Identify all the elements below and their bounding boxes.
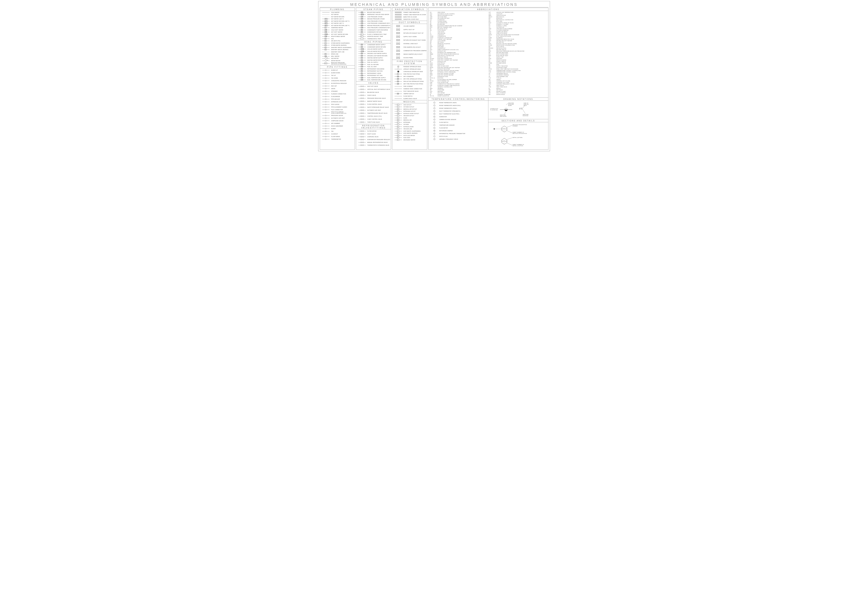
svg-text:BFW: BFW — [361, 12, 363, 13]
legend-row: MMOTORIZED DAMPER — [429, 129, 487, 132]
legend-row: UNION — [321, 87, 354, 90]
legend-row: OOXYGEN — [393, 124, 426, 126]
abbrev-value: SUPPLY REGISTER — [496, 65, 547, 67]
legend-label: AUTOMATIC AIR VENT — [331, 118, 354, 119]
legend-row: ELBOW — [321, 127, 354, 130]
abbrev-value: RETURN REGISTER — [496, 52, 547, 54]
abbrev-value: AUTOMATIC FLOW CONTROL — [438, 13, 488, 15]
abbrev-value: LAVATORY — [496, 13, 547, 15]
legend-label: NITROGEN OUTLET — [403, 111, 426, 112]
legend-label: ROOM THERMOSTAT (HEAT) — [439, 102, 487, 103]
legend-label: CONCEALED SPRINKLER HEAD — [403, 71, 426, 72]
symbol-icon: HPR — [357, 27, 367, 29]
legend-label: CONDENSATE RETURN — [367, 31, 390, 33]
symbol-icon — [357, 38, 367, 40]
svg-text:CS: CS — [361, 45, 362, 45]
panel-notations: DRAWING NOTATIONS DENOTED EXISTING WORK … — [488, 98, 548, 149]
abbrev-key: GC — [430, 86, 437, 88]
symbol-icon: HPS — [357, 20, 367, 22]
svg-text:x: x — [504, 143, 504, 143]
svg-text:HSWR: HSWR — [325, 34, 328, 35]
abbrev-value: CONDENSATE — [438, 36, 488, 37]
legend-row: HSHEATING WATER SUPPLY — [357, 57, 390, 59]
svg-marker-314 — [362, 144, 363, 146]
symbol-icon — [321, 112, 331, 113]
abbrev-key: DF — [430, 43, 437, 45]
legend-label: HIGH PRESSURE STEAM — [367, 20, 390, 22]
legend-row: THERMOSTATIC TRAP — [357, 37, 390, 40]
svg-text:C: C — [434, 119, 435, 120]
symbol-icon — [357, 133, 367, 135]
legend-label: SIGHT GLASS — [367, 133, 390, 135]
legend-row: SMOKE DAMPER (SD) IN DUCT — [393, 52, 426, 56]
symbol-icon — [321, 96, 331, 98]
svg-marker-266 — [362, 104, 363, 105]
svg-text:DENOTED: DENOTED — [523, 114, 529, 115]
legend-label: BARE PIPE IN COVER — [403, 16, 426, 17]
legend-sheet: MECHANICAL AND PLUMBING SYMBOLS AND ABBR… — [318, 1, 550, 151]
legend-label: FLOOR DRAIN — [331, 136, 354, 137]
symbol-icon: LPR — [357, 22, 367, 24]
svg-point-137 — [325, 131, 326, 132]
svg-text:FOS: FOS — [361, 62, 363, 63]
abbrev-key: OA — [489, 26, 496, 28]
symbol-icon: / — [321, 42, 331, 44]
svg-text:F: F — [397, 74, 398, 74]
svg-marker-285 — [361, 119, 362, 120]
legend-row: TDUCT THERMOSTAT (ELECTRIC) — [429, 113, 487, 115]
symbol-icon: || — [321, 47, 331, 48]
legend-row: 180°HOT WATER RETURN (180° F) — [321, 25, 354, 27]
legend-row: FLOW ARROW — [321, 95, 354, 98]
symbol-icon — [393, 90, 403, 92]
symbol-icon: DTS — [357, 77, 367, 79]
abbrev-value: PLUMBING — [496, 37, 547, 39]
legend-label: COMPOUND GAUGE — [331, 120, 354, 121]
abbrev-key: CONV — [430, 37, 437, 39]
legend-label: OXYGEN OUTLET — [403, 106, 426, 107]
svg-text:GR: GR — [361, 55, 363, 56]
legend-row: CCARBON DIOXIDE SENSOR — [429, 118, 487, 121]
svg-text:HPS: HPS — [361, 21, 363, 22]
abbrev-value: DOWNSPOUT — [438, 47, 488, 49]
symbol-icon — [321, 101, 331, 103]
symbol-icon: H — [429, 116, 439, 118]
legend-label: DUCT THERMOSTAT (PNEUMATIC) — [439, 110, 487, 112]
symbol-icon: // — [321, 44, 331, 46]
svg-text:x: x — [504, 130, 504, 131]
symbol-icon: G — [321, 38, 331, 40]
legend-label: HOT WATER RETURN (180° F) — [331, 25, 354, 26]
abbrev-value: SUPPLY GRILLE — [496, 61, 547, 62]
legend-row: SUPPLY DUCT DOWN — [393, 35, 426, 38]
abbrev-key: DIA — [430, 45, 437, 46]
abbrev-value: HOSE BIBB — [438, 89, 488, 91]
symbol-icon — [393, 29, 403, 31]
abbrev-key: LAT — [489, 12, 496, 13]
legend-label: PETE'S PLUG — [439, 136, 487, 137]
symbol-icon: CR — [357, 31, 367, 33]
legend-label: THROTTLING VALVE — [367, 121, 390, 124]
svg-marker-277 — [361, 113, 362, 114]
svg-marker-245 — [361, 89, 362, 90]
legend-label: COLD WATER — [331, 12, 354, 13]
legend-label: CONDENSATE PUMP DISCHARGE — [367, 29, 390, 31]
symbol-icon: WM — [321, 60, 331, 62]
svg-point-92 — [325, 91, 326, 92]
legend-label: SANITARY WASTE (BURIED) — [331, 49, 354, 50]
abbrev-key: ELEV — [430, 64, 437, 65]
abbrev-key: TG — [489, 73, 496, 74]
abbrev-key: PLBG — [489, 37, 496, 39]
symbol-icon: FOS — [357, 61, 367, 63]
symbol-icon: WW — [321, 55, 331, 57]
abbrev-key — [489, 95, 496, 97]
legend-label: REFRIGERANT SUCTION — [367, 70, 390, 72]
svg-text:NOM: NOM — [397, 113, 399, 114]
abbrev-key: VCP — [489, 82, 496, 84]
abbrev-value: FLAT ON BOTTOM — [438, 82, 488, 84]
abbrev-key: SS — [489, 67, 496, 68]
abbrev-key: CL — [430, 33, 437, 34]
abbrev-value: CATCH BASIN — [438, 29, 488, 31]
abbrev-value: DIFFUSER — [438, 46, 488, 48]
symbol-icon: T — [429, 110, 439, 112]
legend-row: NNITROGEN — [393, 121, 426, 124]
legend-row: CHECK VALVE — [357, 94, 390, 97]
